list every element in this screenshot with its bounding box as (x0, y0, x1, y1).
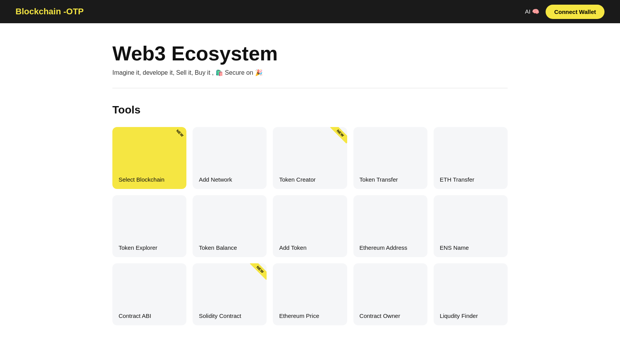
tool-card-token-transfer[interactable]: Token Transfer (353, 127, 427, 189)
tool-card-solidity-contract[interactable]: Solidity Contract (193, 263, 267, 325)
page-subtitle: Imagine it, develope it, Sell it, Buy it… (112, 69, 508, 76)
tool-card-token-balance[interactable]: Token Balance (193, 195, 267, 257)
header-right: AI 🧠 Connect Wallet (525, 5, 604, 19)
tool-card-label: ENS Name (440, 244, 501, 251)
tool-card-label: Contract Owner (360, 312, 421, 319)
tool-card-label: Token Transfer (360, 176, 421, 183)
tool-card-token-explorer[interactable]: Token Explorer (112, 195, 186, 257)
divider (112, 88, 508, 88)
tool-card-label: Add Network (199, 176, 260, 183)
logo-text: Blockchain - (16, 7, 66, 16)
tool-card-eth-transfer[interactable]: ETH Transfer (434, 127, 508, 189)
tool-card-label: Contract ABI (119, 312, 180, 319)
tool-card-label: Ethereum Price (279, 312, 341, 319)
tool-card-label: Token Balance (199, 244, 260, 251)
tool-card-label: Solidity Contract (199, 312, 260, 319)
new-badge (329, 127, 347, 145)
tool-card-select-blockchain[interactable]: Select Blockchain (112, 127, 186, 189)
page-title: Web3 Ecosystem (112, 42, 508, 65)
logo: Blockchain -OTP (16, 7, 84, 17)
ai-label: AI 🧠 (525, 8, 539, 15)
tool-card-label: ETH Transfer (440, 176, 501, 183)
tool-card-label: Token Creator (279, 176, 341, 183)
tool-card-label: Liqudity Finder (440, 312, 501, 319)
tool-card-token-creator[interactable]: Token Creator (273, 127, 347, 189)
tool-card-label: Select Blockchain (119, 176, 180, 183)
new-badge (249, 263, 267, 281)
tool-card-label: Ethereum Address (360, 244, 421, 251)
main-content: Web3 Ecosystem Imagine it, develope it, … (97, 23, 523, 349)
header: Blockchain -OTP AI 🧠 Connect Wallet (0, 0, 620, 23)
new-badge (169, 127, 186, 145)
tool-card-label: Add Token (279, 244, 341, 251)
tool-card-label: Token Explorer (119, 244, 180, 251)
tool-card-ens-name[interactable]: ENS Name (434, 195, 508, 257)
connect-wallet-button[interactable]: Connect Wallet (546, 5, 604, 19)
tools-grid: Select BlockchainAdd NetworkToken Creato… (112, 127, 508, 325)
tool-card-contract-abi[interactable]: Contract ABI (112, 263, 186, 325)
tool-card-contract-owner[interactable]: Contract Owner (353, 263, 427, 325)
tool-card-add-network[interactable]: Add Network (193, 127, 267, 189)
tool-card-add-token[interactable]: Add Token (273, 195, 347, 257)
tool-card-liquidity-finder[interactable]: Liqudity Finder (434, 263, 508, 325)
tool-card-ethereum-price[interactable]: Ethereum Price (273, 263, 347, 325)
logo-highlight: OTP (66, 7, 84, 16)
tools-title: Tools (112, 104, 508, 116)
tool-card-ethereum-address[interactable]: Ethereum Address (353, 195, 427, 257)
